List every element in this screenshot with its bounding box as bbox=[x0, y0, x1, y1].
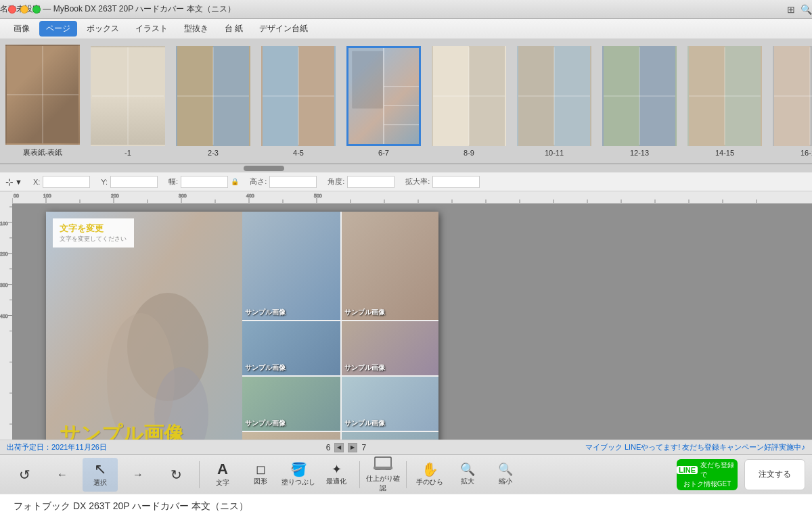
y-input[interactable] bbox=[110, 176, 158, 188]
thumbnail-cover[interactable]: 裏表紙-表紙 bbox=[0, 45, 85, 158]
thumbnail-8-9[interactable]: 8-9 bbox=[426, 46, 512, 157]
photo-cell-7[interactable]: サンプル画像 bbox=[342, 432, 438, 440]
left-page-sample-label: サンプル画像 bbox=[60, 421, 184, 440]
svg-rect-12 bbox=[352, 51, 383, 108]
thumbnail-label-cover: 裏表紙-表紙 bbox=[23, 147, 63, 158]
order-button-label: 注文する bbox=[759, 469, 791, 480]
width-label: 幅: bbox=[168, 176, 178, 187]
zoom-out-button[interactable]: 🔍 縮小 bbox=[488, 458, 523, 492]
angle-input[interactable] bbox=[347, 176, 394, 188]
photo-cell-2[interactable]: サンプル画像 bbox=[242, 321, 340, 375]
thumbnail-6-7[interactable]: 6-7 bbox=[341, 46, 426, 157]
thumbnail--1[interactable]: -1 bbox=[85, 46, 171, 157]
redo-button[interactable]: → bbox=[120, 458, 156, 492]
text-edit-box[interactable]: 文字を変更 文字を変更してください bbox=[53, 218, 134, 248]
svg-text:100: 100 bbox=[0, 221, 8, 226]
thumbnail-image-14-15 bbox=[687, 46, 762, 146]
photo-cell-3[interactable]: サンプル画像 bbox=[342, 321, 438, 375]
shape-tool-button[interactable]: ◻ 図形 bbox=[243, 458, 278, 492]
undo2-button[interactable]: ↺ bbox=[7, 458, 42, 492]
photo-cell-6[interactable]: サンプル画像 bbox=[242, 432, 340, 440]
y-label: Y: bbox=[101, 178, 108, 186]
photo-cell-4[interactable]: サンプル画像 bbox=[242, 377, 340, 431]
thumbnail-2-3[interactable]: 2-3 bbox=[171, 46, 256, 157]
thumbnail-image-16-17 bbox=[773, 46, 812, 146]
menu-diecutting[interactable]: 型抜き bbox=[177, 21, 215, 37]
text-tool-button[interactable]: A 文字 bbox=[205, 458, 240, 492]
svg-text:200: 200 bbox=[0, 252, 8, 257]
redo2-icon: ↻ bbox=[171, 468, 182, 481]
photo-cell-1[interactable]: サンプル画像 bbox=[342, 212, 438, 320]
thumbnail-image-2-3 bbox=[176, 46, 250, 146]
menu-illust[interactable]: イラスト bbox=[129, 21, 175, 37]
scale-input[interactable] bbox=[432, 176, 480, 188]
photo-cell-label-3: サンプル画像 bbox=[344, 363, 385, 373]
thumbnail-label-10-11: 10-11 bbox=[545, 149, 564, 157]
menu-page[interactable]: ページ bbox=[39, 21, 77, 37]
left-page: 文字を変更 文字を変更してください サンプル画像 bbox=[46, 212, 242, 440]
angle-field: 角度: bbox=[328, 176, 394, 188]
promo-text: マイブック LINEやってます! 友だち登録キャンペーン好評実施中♪ bbox=[585, 442, 805, 452]
menu-design[interactable]: デザイン台紙 bbox=[252, 21, 315, 37]
height-field: 高さ: bbox=[250, 176, 317, 188]
width-input[interactable] bbox=[181, 176, 228, 188]
thumbnail-4-5[interactable]: 4-5 bbox=[256, 46, 341, 157]
menu-paper[interactable]: 台 紙 bbox=[218, 21, 250, 37]
height-label: 高さ: bbox=[250, 176, 267, 187]
ruler-vertical: 100 200 300 400 bbox=[0, 191, 12, 440]
svg-text:100: 100 bbox=[43, 193, 51, 198]
photo-cell-label-2: サンプル画像 bbox=[245, 363, 286, 373]
width-field: 幅: 🔒 bbox=[168, 176, 239, 188]
height-input[interactable] bbox=[269, 176, 317, 188]
svg-text:300: 300 bbox=[0, 283, 8, 288]
menubar: 画像 ページ ボックス イラスト 型抜き 台 紙 デザイン台紙 bbox=[0, 19, 812, 39]
menu-image[interactable]: 画像 bbox=[7, 21, 37, 37]
order-button[interactable]: 注文する bbox=[744, 459, 805, 490]
maximize-button[interactable] bbox=[32, 5, 41, 14]
optimize-tool-button[interactable]: ✦ 最適化 bbox=[319, 458, 354, 492]
close-button[interactable] bbox=[8, 5, 16, 14]
coordinates-toolbar: ⊹ ▼ X: Y: 幅: 🔒 高さ: 角度: 拡大率: bbox=[0, 172, 812, 191]
thumbnail-10-11[interactable]: 10-11 bbox=[512, 46, 597, 157]
horizontal-scrollbar[interactable] bbox=[0, 164, 812, 172]
hand-tool-label: 手のひら bbox=[416, 477, 443, 487]
svg-text:300: 300 bbox=[179, 193, 187, 198]
bottom-toolbar: ↺ ← ↖ 選択 → ↻ A 文字 ◻ 図形 🪣 塗りつぶし ✦ 最適化 bbox=[0, 454, 812, 494]
titlebar: 名称未設定 — MyBook DX 263T 20P ハードカバー 本文（ニス）… bbox=[0, 0, 812, 19]
search-icon[interactable]: 🔍 bbox=[800, 4, 812, 15]
thumbnail-16-17[interactable]: 16-17 bbox=[767, 46, 812, 157]
undo-button[interactable]: ← bbox=[45, 458, 80, 492]
fill-tool-button[interactable]: 🪣 塗りつぶし bbox=[281, 458, 316, 492]
thumbnail-12-13[interactable]: 12-13 bbox=[597, 46, 682, 157]
scrollbar-thumb[interactable] bbox=[244, 166, 284, 171]
redo2-button[interactable]: ↻ bbox=[158, 458, 194, 492]
main-editing-area: 100 200 300 400 100 200 bbox=[0, 191, 812, 440]
traffic-lights bbox=[8, 5, 41, 14]
zoom-in-button[interactable]: 🔍 拡大 bbox=[450, 458, 485, 492]
thumbnail-strip: 裏表紙-表紙 -1 2-3 4-5 6-7 8-9 10- bbox=[0, 39, 812, 164]
next-page-button[interactable]: ▶ bbox=[348, 443, 357, 452]
window-icon-1[interactable]: ⊞ bbox=[787, 4, 795, 15]
text-icon: A bbox=[217, 462, 228, 477]
thumbnail-image-6-7 bbox=[346, 46, 421, 146]
minimize-button[interactable] bbox=[20, 5, 28, 14]
lock-icon: 🔒 bbox=[231, 178, 239, 185]
photo-cell-0[interactable]: サンプル画像 bbox=[242, 212, 340, 320]
thumbnail-image-10-11 bbox=[517, 46, 591, 146]
prev-page-button[interactable]: ◀ bbox=[334, 443, 344, 452]
line-app-button[interactable]: LINE 友だち登録で おトク情報GET bbox=[677, 459, 738, 490]
page-canvas[interactable]: 文字を変更 文字を変更してください サンプル画像 サンプル画像サンプル画像サンプ… bbox=[46, 212, 438, 440]
zoom-in-icon: 🔍 bbox=[460, 463, 475, 475]
y-field: Y: bbox=[101, 176, 158, 188]
page-indicator: 6 ◀ ▶ 7 bbox=[326, 443, 366, 452]
thumbnail-image-cover bbox=[5, 45, 80, 145]
thumbnail-14-15[interactable]: 14-15 bbox=[682, 46, 767, 157]
x-input[interactable] bbox=[43, 176, 90, 188]
hand-tool-button[interactable]: ✋ 手のひら bbox=[412, 458, 447, 492]
preview-button[interactable]: 仕上がり確認 bbox=[365, 458, 401, 492]
photo-cell-5[interactable]: サンプル画像 bbox=[342, 377, 438, 431]
menu-box[interactable]: ボックス bbox=[80, 21, 126, 37]
select-tool-button[interactable]: ↖ 選択 bbox=[83, 458, 118, 492]
thumbnail-label-6-7: 6-7 bbox=[378, 149, 389, 157]
hand-icon: ✋ bbox=[422, 463, 438, 476]
